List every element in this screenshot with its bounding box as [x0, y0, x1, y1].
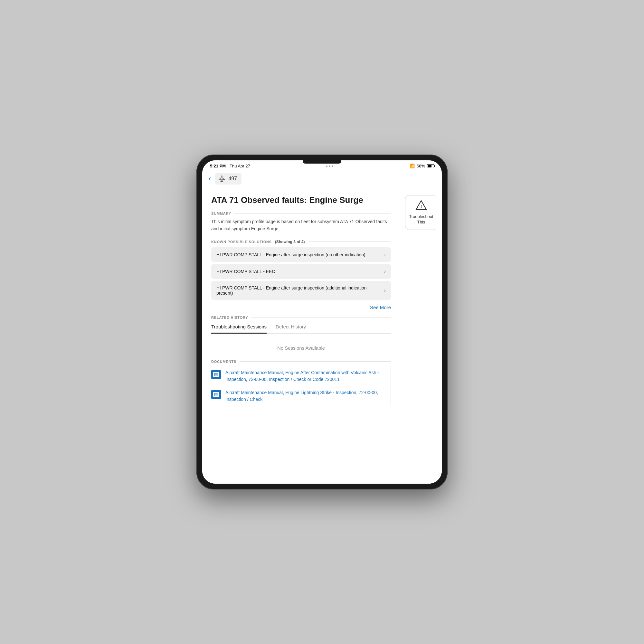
svg-text:!: !: [421, 204, 422, 209]
related-history-label: RELATED HISTORY: [211, 316, 391, 319]
battery-fill: [428, 165, 431, 167]
solution-item-3[interactable]: HI PWR COMP STALL - Engine after surge i…: [211, 281, 391, 300]
content-area: ATA 71 Observed faults: Engine Surge SUM…: [202, 188, 400, 484]
status-center: [326, 166, 333, 167]
solutions-header: KNOWN POSSIBLE SOLUTIONS (Showing 3 of 4…: [211, 240, 391, 244]
documents-label: DOCUMENTS: [211, 360, 391, 364]
battery-icon: [427, 164, 434, 168]
doc-item-2[interactable]: Aircraft Maintenance Manual, Engine Ligh…: [211, 386, 384, 406]
nav-chip[interactable]: 497: [215, 173, 241, 185]
doc-title-1[interactable]: Aircraft Maintenance Manual, Engine Afte…: [225, 369, 384, 383]
sidebar-area: ! TroubleshootThis: [400, 188, 442, 484]
doc-title-2[interactable]: Aircraft Maintenance Manual, Engine Ligh…: [225, 389, 384, 403]
see-more-link[interactable]: See More: [370, 305, 391, 310]
tabs-header: Troubleshooting Sessions Defect History: [211, 321, 391, 334]
aircraft-number: 497: [228, 176, 237, 182]
solution-text-3: HI PWR COMP STALL - Engine after surge i…: [216, 285, 384, 296]
solutions-label: KNOWN POSSIBLE SOLUTIONS: [211, 240, 272, 244]
docs-divider: [391, 366, 391, 406]
status-date: Thu Apr 27: [230, 164, 250, 168]
see-more-container: See More: [211, 302, 391, 316]
device-frame: 5:21 PM Thu Apr 27 📶 68% ‹: [196, 155, 448, 489]
solution-text-1: HI PWR COMP STALL - Engine after surge i…: [216, 252, 384, 257]
warning-icon: !: [415, 200, 427, 211]
back-button[interactable]: ‹: [209, 175, 211, 182]
aircraft-icon: [218, 175, 226, 183]
wifi-icon: 📶: [410, 164, 415, 168]
solutions-showing: (Showing 3 of 4): [275, 240, 305, 244]
doc-icon-1: [211, 370, 221, 379]
status-dot-3: [332, 166, 333, 167]
doc-icon-inner-1: [213, 372, 219, 377]
troubleshoot-this-button[interactable]: ! TroubleshootThis: [405, 195, 437, 230]
nav-bar: ‹ 497: [202, 170, 442, 188]
solution-item-2[interactable]: HI PWR COMP STALL - EEC ›: [211, 264, 391, 279]
summary-label: SUMMARY: [211, 212, 391, 215]
no-sessions-text: No Sessions Available: [211, 339, 391, 358]
documents-section: DOCUMENTS Aircraft Maintenance Manual, E…: [211, 360, 391, 406]
camera-notch: [303, 160, 341, 164]
status-dot-1: [326, 166, 327, 167]
device-screen: 5:21 PM Thu Apr 27 📶 68% ‹: [202, 160, 442, 484]
summary-text: This initial symptom profile page is bas…: [211, 218, 391, 232]
solution-item-1[interactable]: HI PWR COMP STALL - Engine after surge i…: [211, 247, 391, 262]
status-time: 5:21 PM: [210, 164, 226, 168]
tabs-container: Troubleshooting Sessions Defect History …: [211, 321, 391, 358]
tab-troubleshooting[interactable]: Troubleshooting Sessions: [211, 321, 267, 334]
chevron-right-icon-1: ›: [384, 252, 386, 258]
chevron-right-icon-3: ›: [384, 288, 386, 293]
doc-icon-2: [211, 390, 221, 399]
status-right: 📶 68%: [410, 164, 434, 168]
tab-defect-history[interactable]: Defect History: [276, 321, 306, 334]
doc-icon-inner-2: [213, 392, 219, 397]
chevron-right-icon-2: ›: [384, 269, 386, 274]
main-content: ATA 71 Observed faults: Engine Surge SUM…: [202, 188, 442, 484]
page-title: ATA 71 Observed faults: Engine Surge: [211, 195, 391, 205]
status-dot-2: [329, 166, 330, 167]
solution-text-2: HI PWR COMP STALL - EEC: [216, 269, 384, 274]
doc-item-1[interactable]: Aircraft Maintenance Manual, Engine Afte…: [211, 366, 384, 386]
troubleshoot-label: TroubleshootThis: [409, 214, 433, 225]
battery-percent: 68%: [417, 164, 425, 168]
